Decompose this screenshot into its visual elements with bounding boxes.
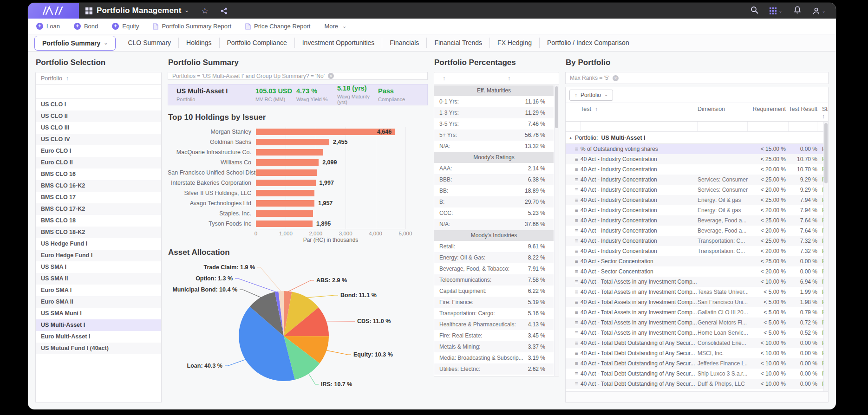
row-menu-icon[interactable]: ≡ (566, 156, 581, 162)
stat-row[interactable]: Utilities: Electric:2.62 % (434, 363, 554, 375)
bar[interactable] (256, 169, 317, 176)
stat-row[interactable]: Telecommunications:7.58 % (434, 274, 554, 285)
list-item-us-sma-ii[interactable]: US SMA II (36, 273, 161, 285)
stat-row[interactable]: Capital Equipment:6.22 % (434, 285, 554, 297)
row-menu-icon[interactable]: ≡ (566, 268, 581, 275)
stat-row[interactable]: Beverage, Food, & Tobacco:7.91 % (434, 263, 554, 274)
stat-row[interactable]: 3-5 Yrs:7.46 % (434, 118, 554, 130)
table-row[interactable]: ≡% of Outstanding voting shares< 15.00 %… (566, 144, 828, 154)
list-item-us-clo-i[interactable]: US CLO I (36, 99, 161, 110)
bar[interactable] (256, 190, 314, 196)
stat-row[interactable]: Energy: Oil & Gas:8.22 % (434, 252, 554, 263)
table-row[interactable]: ≡40 Act - Industry ConcentrationEnergy: … (566, 205, 828, 215)
table-row[interactable]: ≡40 Act - Total Assets in any Investment… (566, 297, 828, 307)
row-menu-icon[interactable]: ≡ (566, 309, 581, 316)
table-row[interactable]: ≡40 Act - Total Debt Outstanding of Any … (566, 338, 828, 348)
stat-row[interactable]: Metals & Mining:3.37 % (434, 341, 554, 352)
table-row[interactable]: ≡40 Act - Sector Concentration< 25.00 %0… (566, 256, 828, 266)
table-row[interactable]: ≡40 Act - Industry ConcentrationEnergy: … (566, 195, 828, 205)
column-header-test[interactable]: Test↑ (581, 106, 698, 112)
stat-row[interactable]: B:29.70 % (434, 196, 554, 208)
group-by-portfolio-button[interactable]: ↑ Portfolio ⌄ (569, 90, 613, 101)
table-row[interactable]: ≡40 Act - Industry ConcentrationTranspor… (566, 236, 828, 246)
list-item-euro-clo-i[interactable]: Euro CLO I (36, 145, 161, 157)
row-menu-icon[interactable]: ≡ (566, 381, 581, 387)
table-row[interactable]: ≡40 Act - Total Assets in any Investment… (566, 307, 828, 318)
table-row[interactable]: ≡40 Act - Total Debt Outstanding of Any … (566, 348, 828, 358)
tab-financial-trends[interactable]: Financial Trends (427, 38, 490, 48)
clear-filter-icon[interactable]: × (613, 75, 619, 81)
new-bond-button[interactable]: +Bond (74, 23, 98, 30)
list-item-bms-clo-17-k2[interactable]: BMS CLO 17-K2 (36, 203, 161, 215)
column-header-dimension[interactable]: Dimension (698, 106, 748, 112)
row-menu-icon[interactable]: ≡ (566, 330, 581, 336)
list-item-euro-multi-asset-i[interactable]: Euro Multi-Asset I (36, 331, 161, 343)
row-menu-icon[interactable]: ≡ (566, 166, 581, 173)
stat-row[interactable]: Media: Broadcasting & Subscrip...3.19 % (434, 352, 554, 363)
stat-row[interactable]: Fire: Real Estate:3.45 % (434, 330, 554, 341)
table-row[interactable]: ≡40 Act - Total Debt Outstanding of Any … (566, 369, 828, 379)
table-row[interactable]: ≡40 Act - Total Assets in any Investment… (566, 328, 828, 338)
row-menu-icon[interactable]: ≡ (566, 197, 581, 203)
portfolio-group-row[interactable]: ▴ Portfolio: US Multi-Asset I (566, 132, 828, 144)
bar[interactable] (256, 180, 316, 186)
list-item-us-sma-i[interactable]: US SMA I (36, 261, 161, 273)
scrollbar-thumb[interactable] (555, 86, 558, 128)
table-row[interactable]: ≡40 Act - Total Assets in any Investment… (566, 277, 828, 287)
table-row[interactable]: ≡40 Act - Total Debt Outstanding of Any … (566, 379, 828, 389)
stat-row[interactable]: Automotive:1.47 % (434, 375, 554, 376)
list-item-us-clo-ii[interactable]: US CLO II (36, 110, 161, 122)
stat-row[interactable]: BBB:6.38 % (434, 174, 554, 185)
tab-portfolio-summary[interactable]: Portfolio Summary⌄ (34, 36, 116, 51)
bar[interactable] (256, 129, 395, 135)
row-menu-icon[interactable]: ≡ (566, 299, 581, 305)
tab-portfolio-index-comparison[interactable]: Portfolio / Index Comparison (540, 38, 637, 48)
tab-clo-summary[interactable]: CLO Summary (120, 38, 179, 48)
row-menu-icon[interactable]: ≡ (566, 176, 581, 183)
stat-row[interactable]: Healthcare & Pharmaceuticals:4.13 % (434, 319, 554, 330)
bar[interactable] (256, 159, 319, 166)
scrollbar-thumb[interactable] (824, 123, 828, 183)
row-menu-icon[interactable]: ≡ (566, 187, 581, 193)
list-item-us-clo-iii[interactable]: US CLO III (36, 122, 161, 134)
table-row[interactable]: ≡40 Act - Industry ConcentrationBeverage… (566, 226, 828, 236)
tab-investment-opportunities[interactable]: Investment Opportunities (295, 38, 383, 48)
stat-row[interactable]: 5+ Yrs:56.76 % (434, 130, 554, 141)
vertical-scrollbar[interactable] (823, 122, 828, 391)
by-portfolio-filter-bar[interactable]: Max Ranks = '5' × (565, 72, 829, 84)
portfolio-column-header[interactable]: Portfolio ↑ (36, 72, 161, 85)
row-menu-icon[interactable]: ≡ (566, 146, 581, 152)
stat-row[interactable]: Transportation: Cargo:5.16 % (434, 308, 554, 319)
table-row[interactable]: ≡40 Act - Industry Concentration< 25.00 … (566, 154, 828, 164)
stat-row[interactable]: 1-3 Yrs:11.29 % (434, 107, 554, 118)
portfolio-summary-report-button[interactable]: Portfolio Summary Report (153, 23, 231, 30)
list-item-us-multi-asset-i[interactable]: US Multi-Asset I (36, 319, 161, 331)
list-item-us-mutual-fund-i-40act[interactable]: US Mutual Fund I (40act) (36, 343, 161, 354)
row-menu-icon[interactable]: ≡ (566, 340, 581, 346)
portfolio-filter-row[interactable] (36, 85, 161, 99)
row-menu-icon[interactable]: ≡ (566, 360, 581, 367)
table-row[interactable]: ≡40 Act - Total Debt Outstanding of Any … (566, 358, 828, 369)
stat-row[interactable]: CCC:5.23 % (434, 208, 554, 219)
list-item-euro-sma-i[interactable]: Euro SMA I (36, 285, 161, 296)
bar[interactable] (256, 220, 313, 227)
list-item-bms-clo-16[interactable]: BMS CLO 16 (36, 169, 161, 180)
column-header-test-result[interactable]: Test Result (789, 106, 817, 113)
collapse-icon[interactable]: ▴ (569, 135, 572, 140)
stat-row[interactable]: N/A:37.66 % (434, 219, 554, 230)
table-row[interactable]: ≡40 Act - Total Assets in any Investment… (566, 287, 828, 297)
stat-row[interactable]: 0-1 Yrs:11.16 % (434, 96, 554, 107)
list-item-euro-hedge-fund-i[interactable]: Euro Hedge Fund I (36, 250, 161, 261)
user-account-icon[interactable]: ⌄ (812, 7, 826, 15)
column-header-status[interactable]: Status↑ (817, 106, 829, 120)
list-item-bms-clo-18[interactable]: BMS CLO 18 (36, 215, 161, 227)
stat-row[interactable]: Fire: Finance:5.19 % (434, 297, 554, 308)
tab-financials[interactable]: Financials (382, 38, 427, 48)
table-row[interactable]: ≡40 Act - Sector Concentration< 20.00 %0… (566, 266, 828, 277)
row-menu-icon[interactable]: ≡ (566, 258, 581, 265)
list-item-us-hedge-fund-i[interactable]: US Hedge Fund I (36, 238, 161, 250)
notifications-bell-icon[interactable] (794, 6, 801, 16)
bar[interactable] (256, 200, 314, 207)
table-row[interactable]: ≡40 Act - Industry ConcentrationBeverage… (566, 215, 828, 226)
stat-row[interactable]: Retail:9.61 % (434, 241, 554, 252)
